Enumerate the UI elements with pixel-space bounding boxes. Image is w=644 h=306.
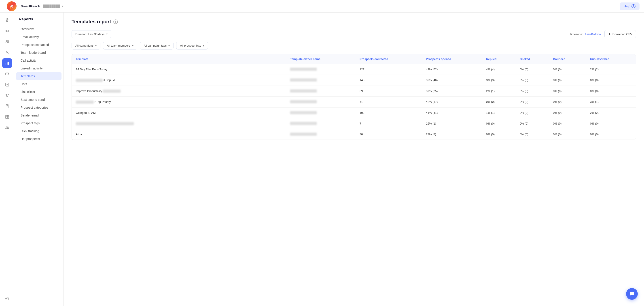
- cell-clicked: 0% (0): [516, 107, 549, 118]
- sidebar-item-overview[interactable]: Overview: [16, 25, 62, 33]
- sidebar-item-best-time[interactable]: Best time to send: [16, 96, 62, 103]
- cell-template-name: blurred r Top Priority: [72, 97, 286, 107]
- cell-unsubscribed: 0% (0): [586, 75, 636, 86]
- cell-prospects-contacted: 69: [356, 86, 422, 97]
- cell-replied: 2% (1): [482, 86, 516, 97]
- cell-template-name: blurred il Drip : A: [72, 75, 286, 86]
- nav-icon-people[interactable]: [2, 37, 12, 47]
- sidebar-item-prospect-categories[interactable]: Prospect categories: [16, 104, 62, 111]
- cell-prospects-contacted: 7: [356, 118, 422, 129]
- cell-owner: blurred: [286, 75, 356, 86]
- sidebar-item-prospects-contacted[interactable]: Prospects contacted: [16, 41, 62, 49]
- table-row: Improve Productivity blurred blurred 69 …: [72, 86, 636, 97]
- timezone-link[interactable]: Asia/Kolkata: [585, 33, 601, 36]
- cell-clicked: 0% (0): [516, 64, 549, 75]
- duration-dropdown[interactable]: Duration: Last 30 days ▾: [72, 30, 111, 38]
- svg-point-4: [8, 41, 8, 42]
- cell-unsubscribed: 0% (0): [586, 86, 636, 97]
- svg-point-1: [10, 7, 11, 9]
- prospect-lists-label: All prospect lists: [180, 44, 201, 47]
- table-row: AI- a blurred 30 27% (8) 0% (0) 0% (0) 0…: [72, 129, 636, 140]
- logo-area: [4, 1, 19, 11]
- sidebar-item-click-tracking[interactable]: Click tracking: [16, 127, 62, 135]
- icon-bar: [0, 13, 14, 306]
- sidebar-item-team-leaderboard[interactable]: Team leaderboard: [16, 49, 62, 56]
- cell-unsubscribed: 0% (0): [586, 118, 636, 129]
- cell-prospects-contacted: 30: [356, 129, 422, 140]
- svg-point-18: [6, 298, 8, 299]
- templates-table-container: Template Template owner name Prospects c…: [72, 54, 636, 140]
- sidebar-title: Reports: [14, 17, 63, 25]
- col-template: Template: [72, 54, 286, 64]
- campaigns-dropdown[interactable]: All campaigns ▾: [72, 42, 100, 50]
- sidebar-item-prospect-tags[interactable]: Prospect tags: [16, 119, 62, 127]
- main-content: Templates report i Duration: Last 30 day…: [64, 13, 644, 306]
- sidebar-item-hot-prospects[interactable]: Hot prospects: [16, 135, 62, 143]
- sidebar-item-templates[interactable]: Templates: [16, 72, 62, 80]
- col-bounced: Bounced: [549, 54, 586, 64]
- col-clicked: Clicked: [516, 54, 549, 64]
- nav-icon-check[interactable]: [2, 80, 12, 90]
- cell-clicked: 0% (0): [516, 97, 549, 107]
- sidebar: Reports Overview Email activity Prospect…: [14, 13, 64, 306]
- svg-rect-14: [6, 117, 7, 118]
- sidebar-item-lists[interactable]: Lists: [16, 80, 62, 88]
- svg-rect-6: [6, 63, 6, 65]
- nav-icon-gear[interactable]: [2, 293, 12, 303]
- cell-bounced: 0% (0): [549, 129, 586, 140]
- cell-replied: 3% (3): [482, 75, 516, 86]
- app-logo: [7, 1, 16, 11]
- sidebar-item-email-activity[interactable]: Email activity: [16, 33, 62, 41]
- nav-icon-grid[interactable]: [2, 112, 12, 122]
- cell-replied: 0% (0): [482, 118, 516, 129]
- table-header-row: Template Template owner name Prospects c…: [72, 54, 636, 64]
- col-prospects-opened: Prospects opened: [422, 54, 482, 64]
- nav-icon-trophy[interactable]: [2, 90, 12, 100]
- cell-template-name: AI- a: [72, 129, 286, 140]
- cell-prospects-opened: 42% (17): [422, 97, 482, 107]
- nav-icon-document[interactable]: [2, 101, 12, 111]
- help-button[interactable]: Help ?: [620, 3, 640, 10]
- cell-unsubscribed: 2% (2): [586, 107, 636, 118]
- campaigns-label: All campaigns: [75, 44, 94, 47]
- filter-row-1-right: Timezone: Asia/Kolkata ⬇ Download CSV: [570, 30, 636, 38]
- cell-clicked: 0% (0): [516, 129, 549, 140]
- prospect-lists-chevron-icon: ▾: [203, 44, 204, 47]
- filter-row-2: All campaigns ▾ All team members ▾ All c…: [72, 42, 636, 50]
- info-icon[interactable]: i: [113, 20, 118, 24]
- team-members-dropdown[interactable]: All team members ▾: [103, 42, 137, 50]
- sidebar-item-sender-email[interactable]: Sender email: [16, 112, 62, 119]
- nav-icon-user-group[interactable]: [2, 123, 12, 133]
- nav-icon-reports[interactable]: [2, 58, 12, 68]
- download-csv-button[interactable]: ⬇ Download CSV: [604, 30, 636, 38]
- download-icon: ⬇: [608, 32, 611, 36]
- prospect-lists-dropdown[interactable]: All prospect lists ▾: [176, 42, 208, 50]
- sidebar-item-link-clicks[interactable]: Link clicks: [16, 88, 62, 96]
- nav-icon-person[interactable]: [2, 48, 12, 57]
- timezone-text: Timezone: Asia/Kolkata: [570, 33, 601, 36]
- cell-unsubscribed: 3% (1): [586, 97, 636, 107]
- workspace-chevron[interactable]: ▾: [62, 5, 64, 8]
- nav-icon-mail[interactable]: [2, 69, 12, 79]
- svg-rect-12: [6, 115, 7, 117]
- svg-rect-9: [6, 73, 9, 75]
- cell-owner: blurred: [286, 97, 356, 107]
- filter-row-1-left: Duration: Last 30 days ▾: [72, 30, 111, 38]
- svg-point-16: [6, 127, 7, 128]
- cell-owner: blurred: [286, 107, 356, 118]
- page-title: Templates report: [72, 19, 111, 25]
- cell-bounced: 0% (0): [549, 118, 586, 129]
- topbar: SmartReach ████████ ▾ Help ?: [0, 0, 644, 13]
- campaign-tags-dropdown[interactable]: All campaign tags ▾: [140, 42, 174, 50]
- cell-bounced: 0% (0): [549, 86, 586, 97]
- cell-prospects-opened: 37% (25): [422, 86, 482, 97]
- nav-icon-megaphone[interactable]: [2, 26, 12, 36]
- nav-icon-rocket[interactable]: [2, 15, 12, 25]
- campaign-tags-chevron-icon: ▾: [168, 44, 170, 47]
- sidebar-item-linkedin-activity[interactable]: Linkedin activity: [16, 65, 62, 72]
- chat-bubble[interactable]: [626, 288, 638, 300]
- team-members-chevron-icon: ▾: [132, 44, 134, 47]
- sidebar-item-call-activity[interactable]: Call activity: [16, 57, 62, 64]
- svg-rect-15: [8, 117, 9, 118]
- cell-replied: 4% (4): [482, 64, 516, 75]
